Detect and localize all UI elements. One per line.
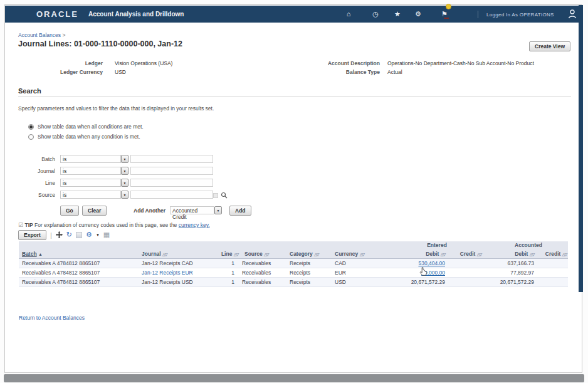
column-header-batch[interactable]: Batch ▲	[19, 249, 138, 259]
source-operator-select[interactable]: is	[60, 191, 121, 199]
cell-accounted-credit	[535, 278, 568, 287]
search-instructions: Specify parameters and values to filter …	[18, 105, 214, 112]
balance-type-value: Actual	[387, 69, 402, 75]
column-header-entered-credit[interactable]: Credit △▽	[446, 249, 483, 259]
journal-value-input[interactable]	[130, 167, 213, 175]
group-entered-label: Entered	[376, 241, 483, 249]
settings-caret-icon[interactable]: ▼	[96, 233, 100, 237]
results-table: Entered Accounted Batch ▲ Journal △▽ Lin…	[19, 241, 568, 287]
sort-icon: △▽	[360, 253, 364, 256]
detach-icon[interactable]	[56, 231, 63, 238]
radio-any-condition[interactable]	[28, 134, 34, 140]
return-to-account-balances-link[interactable]: Return to Account Balances	[19, 315, 85, 321]
currency-key-link[interactable]: currency key.	[179, 222, 210, 228]
journal-operator-select[interactable]: is	[60, 167, 121, 175]
cell-batch: Receivables A 4784812 8865107	[19, 278, 138, 287]
section-divider	[18, 96, 571, 97]
source-operator-dropdown-button[interactable]: ▼	[121, 191, 129, 199]
column-header-accounted-debit[interactable]: Debit △▽	[483, 249, 535, 259]
cell-journal: Jan-12 Receipts USD	[138, 278, 221, 287]
group-accounted-label: Accounted	[483, 241, 568, 249]
mouse-cursor-icon	[419, 267, 428, 276]
add-button[interactable]: Add	[229, 206, 251, 216]
cell-currency: USD	[328, 278, 376, 287]
freeze-icon[interactable]	[76, 232, 82, 238]
ledger-currency-value: USD	[115, 69, 126, 75]
refresh-icon[interactable]: ↻	[66, 231, 72, 238]
ledger-currency-label: Ledger Currency	[30, 69, 103, 75]
notification-badge	[446, 4, 451, 9]
ledger-label: Ledger	[30, 60, 103, 66]
window-right-edge	[579, 5, 583, 292]
sort-icon: △▽	[441, 253, 445, 256]
sort-icon: △▽	[264, 253, 268, 256]
account-description-value: Operations-No Department-Cash-No Sub Acc…	[387, 60, 534, 66]
cell-accounted-credit	[535, 259, 568, 268]
table-header-row: Batch ▲ Journal △▽ Line △▽ Source △▽ Cat…	[19, 249, 568, 259]
tip-label: TIP	[24, 222, 33, 228]
column-header-journal[interactable]: Journal △▽	[138, 249, 221, 259]
add-another-dropdown-button[interactable]: ▼	[214, 206, 222, 214]
go-button[interactable]: Go	[60, 206, 79, 216]
home-icon[interactable]: ⌂	[344, 10, 353, 18]
table-group-header: Entered Accounted	[19, 241, 568, 249]
table-row: Receivables A 4784812 8865107 Jan-12 Rec…	[19, 268, 568, 278]
cell-batch: Receivables A 4784812 8865107	[19, 259, 138, 268]
page-title: Journal Lines: 01-000-1110-0000-000, Jan…	[18, 39, 182, 48]
cell-category: Receipts	[283, 268, 328, 278]
clear-button[interactable]: Clear	[82, 206, 107, 216]
recent-items-icon[interactable]: ◷	[371, 10, 380, 18]
cell-category: Receipts	[283, 278, 328, 287]
cell-entered-credit	[446, 268, 483, 278]
cell-accounted-debit: 77,892.97	[483, 268, 535, 278]
radio-all-conditions[interactable]	[28, 124, 34, 130]
cell-accounted-debit: 637,166.73	[483, 259, 535, 268]
user-icon[interactable]	[568, 9, 577, 19]
radio-all-conditions-label: Show table data when all conditions are …	[38, 123, 144, 130]
grid-view-icon[interactable]: ▦	[103, 231, 110, 238]
source-value-input[interactable]	[130, 191, 213, 199]
table-settings-gear-icon[interactable]: ⚙	[86, 231, 92, 238]
column-header-entered-debit[interactable]: Debit △▽	[376, 249, 446, 259]
cell-currency: CAD	[328, 259, 376, 268]
cell-accounted-credit	[535, 268, 568, 278]
favorites-star-icon[interactable]: ★	[393, 10, 402, 18]
quick-select-icon[interactable]	[213, 193, 218, 198]
header-divider	[478, 11, 478, 18]
column-header-line[interactable]: Line △▽	[221, 249, 238, 259]
search-lov-icon[interactable]	[221, 192, 228, 199]
balance-type-label: Balance Type	[275, 69, 380, 75]
radio-any-condition-label: Show table data when any condition is me…	[38, 134, 140, 140]
batch-operator-select[interactable]: is	[60, 155, 121, 163]
sort-icon: △▽	[162, 253, 167, 256]
column-header-category[interactable]: Category △▽	[283, 249, 328, 259]
column-header-accounted-credit[interactable]: Credit △▽	[535, 249, 568, 259]
cell-source: Receivables	[238, 278, 283, 287]
entered-debit-link[interactable]: 530,404.00	[418, 260, 445, 266]
journal-link[interactable]: Jan-12 Receipts EUR	[142, 270, 193, 276]
column-header-source[interactable]: Source △▽	[238, 249, 283, 259]
table-row: Receivables A 4784812 8865107 Jan-12 Rec…	[19, 278, 568, 287]
journal-operator-dropdown-button[interactable]: ▼	[121, 167, 129, 175]
cell-currency: EUR	[328, 268, 376, 278]
breadcrumb-link-account-balances[interactable]: Account Balances	[18, 32, 61, 38]
breadcrumb: Account Balances >	[18, 32, 65, 38]
create-view-button[interactable]: Create View	[529, 41, 570, 51]
export-button[interactable]: Export	[18, 230, 46, 240]
cell-line: 1	[221, 278, 238, 287]
table-toolbar: Export | ↻ ⚙ ▼ ▦	[18, 229, 110, 240]
batch-value-input[interactable]	[130, 155, 213, 163]
line-operator-select[interactable]: is	[60, 179, 121, 187]
breadcrumb-separator: >	[62, 32, 65, 38]
batch-operator-dropdown-button[interactable]: ▼	[121, 155, 129, 163]
add-another-select[interactable]: Accounted Credit	[170, 206, 214, 214]
cell-entered-credit	[446, 259, 483, 268]
column-header-currency[interactable]: Currency △▽	[328, 249, 376, 259]
logged-in-text: Logged In As OPERATIONS	[486, 12, 554, 18]
ledger-value: Vision Operations (USA)	[115, 60, 172, 66]
settings-gear-icon[interactable]: ⚙	[414, 10, 423, 18]
line-value-input[interactable]	[130, 179, 213, 187]
line-operator-dropdown-button[interactable]: ▼	[121, 179, 129, 187]
tip-text: For explanation of currency codes used i…	[34, 222, 177, 228]
sort-icon: △▽	[562, 253, 567, 256]
